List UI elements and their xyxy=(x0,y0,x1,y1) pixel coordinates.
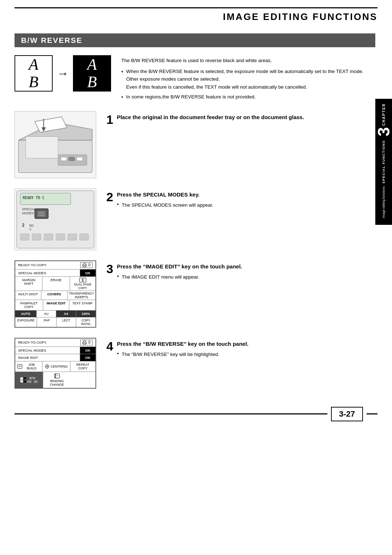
page-number-bar: 3-27 xyxy=(15,407,377,421)
step-2-bullet: The SPECIAL MODES screen will appear. xyxy=(122,201,213,209)
step-2-content: 2 Press the SPECIAL MODES key. ● The SPE… xyxy=(106,189,375,209)
step-3-title: Press the “IMAGE EDIT” key on the touch … xyxy=(117,263,242,270)
svg-rect-34 xyxy=(83,341,86,342)
svg-text:A: A xyxy=(20,378,23,382)
intro-text: The B/W REVERSE feature is used to rever… xyxy=(121,55,375,101)
step-2-number: 2 xyxy=(106,191,113,203)
binding-change-icon: + xyxy=(54,373,60,378)
svg-text:Y: Y xyxy=(29,228,32,231)
step-1-number: 1 xyxy=(106,113,113,126)
step-4-block: READY TO COPY. 0 SPECIAL MODES OK IMAGE … xyxy=(15,338,375,389)
svg-rect-27 xyxy=(79,234,89,240)
printer-icon xyxy=(82,263,87,267)
printer-icon-2 xyxy=(82,340,87,345)
svg-rect-26 xyxy=(68,234,77,240)
chapter-sub-detail: Image editing functions xyxy=(382,186,385,218)
bw-illustration: A B → A B xyxy=(15,55,111,92)
svg-rect-2 xyxy=(26,137,58,158)
dual-page-icon xyxy=(79,278,86,283)
job-build-icon xyxy=(17,364,23,369)
page-title: IMAGE EDITING FUNCTIONS xyxy=(15,11,377,23)
chapter-sidebar: CHAPTER 3 SPECIAL FUNCTIONS Image editin… xyxy=(375,99,392,225)
step-1-image xyxy=(15,111,96,178)
svg-rect-35 xyxy=(83,343,86,344)
intro-block: A B → A B The B/W REVERSE feature is use… xyxy=(15,55,375,101)
step-2-block: READY TO C SPECIAL MODES 2 ED Y 2 xyxy=(15,189,375,250)
page-number-box: 3-27 xyxy=(331,407,363,421)
step-3-block: READY TO COPY. 0 SPECIAL MODES OK MARGIN… xyxy=(15,260,375,328)
step-3-content: 3 Press the “IMAGE EDIT” key on the touc… xyxy=(106,260,375,281)
svg-rect-25 xyxy=(56,234,65,240)
page-number-line-left xyxy=(15,413,327,414)
step-2-title: Press the SPECIAL MODES key. xyxy=(117,191,213,198)
bullet-1: ● When the B/W REVERSE feature is select… xyxy=(121,68,375,91)
chapter-number: 3 xyxy=(375,127,392,137)
step-4-number: 4 xyxy=(106,340,113,352)
step-3-number: 3 xyxy=(106,263,113,275)
svg-rect-24 xyxy=(44,234,53,240)
svg-rect-36 xyxy=(18,364,22,369)
page-number-line-right xyxy=(367,413,377,414)
step-1-block: 1 Place the original in the document fee… xyxy=(15,111,375,178)
top-header: IMAGE EDITING FUNCTIONS xyxy=(15,7,377,23)
svg-rect-23 xyxy=(32,234,41,240)
bw-reverse-icon: A A xyxy=(20,377,26,382)
svg-rect-30 xyxy=(83,266,86,267)
svg-rect-6 xyxy=(61,157,67,161)
svg-rect-32 xyxy=(83,278,86,282)
panel-svg: READY TO C SPECIAL MODES 2 ED Y xyxy=(15,189,96,250)
chapter-label: CHAPTER xyxy=(382,103,386,126)
step-1-title: Place the original in the document feede… xyxy=(117,113,304,121)
svg-rect-7 xyxy=(69,157,75,161)
centring-icon xyxy=(45,364,50,369)
svg-text:2: 2 xyxy=(22,223,25,228)
bullet-2: ● In some regions,the B/W REVERSE featur… xyxy=(121,93,375,101)
bw-black-box: A B xyxy=(73,55,111,92)
step-3-image: READY TO COPY. 0 SPECIAL MODES OK MARGIN… xyxy=(15,260,96,328)
arrow-icon: → xyxy=(57,67,69,80)
svg-text:READY TO C: READY TO C xyxy=(23,196,45,200)
step-4-image: READY TO COPY. 0 SPECIAL MODES OK IMAGE … xyxy=(15,338,96,389)
copier-svg xyxy=(15,111,96,178)
svg-text:ED: ED xyxy=(29,224,34,227)
bw-white-box: A B xyxy=(15,55,53,92)
step-4-bullet: The “B/W REVERSE” key will be highlighte… xyxy=(122,351,219,358)
svg-rect-31 xyxy=(79,278,82,282)
step-1-content: 1 Place the original in the document fee… xyxy=(106,111,375,126)
step-2-image: READY TO C SPECIAL MODES 2 ED Y xyxy=(15,189,96,250)
step-4-content: 4 Press the “B/W REVERSE” key on the tou… xyxy=(106,338,375,358)
svg-text:+: + xyxy=(57,374,58,377)
chapter-sub: SPECIAL FUNCTIONS xyxy=(382,140,385,183)
svg-text:MODES: MODES xyxy=(22,211,34,215)
svg-text:A: A xyxy=(24,378,26,382)
svg-text:SPECIAL: SPECIAL xyxy=(22,207,36,211)
section-header: B/W REVERSE xyxy=(15,33,375,47)
step-4-title: Press the “B/W REVERSE” key on the touch… xyxy=(117,340,249,348)
svg-rect-8 xyxy=(77,157,82,161)
svg-rect-22 xyxy=(20,234,29,240)
svg-rect-29 xyxy=(83,263,86,265)
step-3-bullet: The IMAGE EDIT menu will appear. xyxy=(122,273,199,281)
